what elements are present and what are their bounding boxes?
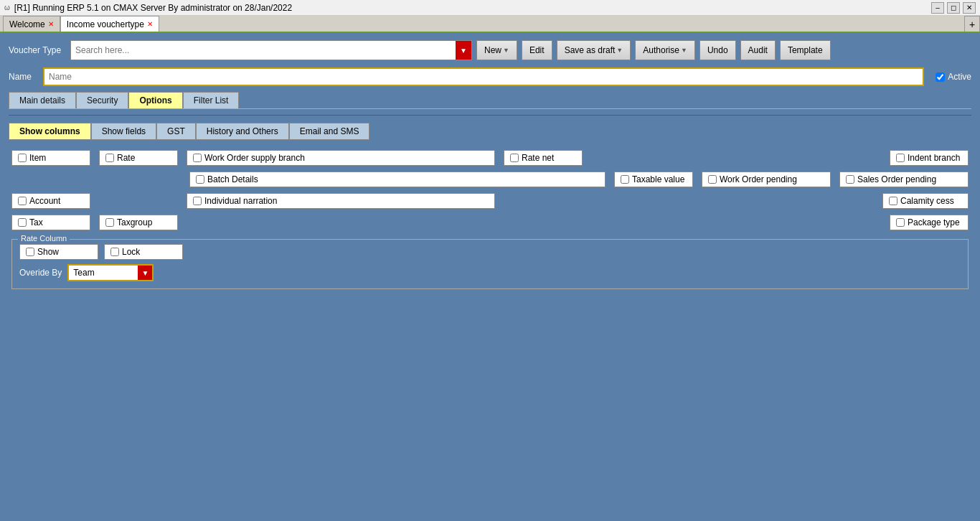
item-checkbox[interactable] xyxy=(18,154,27,162)
taxable-value-checkbox[interactable] xyxy=(621,175,629,184)
inner-tab-show-columns[interactable]: Show columns xyxy=(9,123,91,140)
checkbox-batch-details[interactable]: Batch Details xyxy=(189,172,606,187)
rate-checkbox[interactable] xyxy=(105,154,114,162)
window-controls: – ◻ ✕ xyxy=(931,2,976,14)
minimize-button[interactable]: – xyxy=(931,2,944,14)
check-row-1: Item Rate Work Order supply branch Rate … xyxy=(11,150,969,166)
tab-filter-list[interactable]: Filter List xyxy=(183,92,240,108)
checkbox-rate-net[interactable]: Rate net xyxy=(504,150,583,166)
checkbox-tax[interactable]: Tax xyxy=(11,215,90,230)
checkbox-package-type[interactable]: Package type xyxy=(890,215,969,230)
name-input[interactable] xyxy=(43,67,924,86)
rate-column-row2: Overide By Team ▼ xyxy=(19,264,961,281)
work-order-supply-label: Work Order supply branch xyxy=(204,153,305,163)
indent-branch-checkbox[interactable] xyxy=(896,154,905,162)
individual-narration-label: Individual narration xyxy=(204,196,277,206)
override-value: Team xyxy=(69,268,138,278)
active-label: Active xyxy=(948,72,971,82)
inner-tab-email-sms[interactable]: Email and SMS xyxy=(289,123,370,140)
indent-branch-label: Indent branch xyxy=(908,153,960,163)
override-combo-arrow-icon[interactable]: ▼ xyxy=(138,266,152,280)
title-text: [R1] Running ERP 5.1 on CMAX Server By a… xyxy=(14,3,292,13)
tab-welcome-label: Welcome xyxy=(9,19,45,29)
checkbox-lock[interactable]: Lock xyxy=(104,244,183,260)
save-as-draft-button[interactable]: Save as draft ▼ xyxy=(557,40,631,60)
audit-button[interactable]: Audit xyxy=(740,40,776,60)
lock-label: Lock xyxy=(122,247,140,257)
check-row-2: Batch Details Taxable value Work Order p… xyxy=(11,172,969,187)
show-checkbox[interactable] xyxy=(26,248,34,256)
checkbox-rate[interactable]: Rate xyxy=(99,150,178,166)
override-combo[interactable]: Team ▼ xyxy=(67,264,154,281)
voucher-type-combo[interactable]: ▼ xyxy=(70,40,472,60)
rate-column-row1: Show Lock xyxy=(19,244,961,260)
taxgroup-label: Taxgroup xyxy=(117,217,152,227)
package-type-checkbox[interactable] xyxy=(896,218,905,227)
tab-security[interactable]: Security xyxy=(76,92,128,108)
active-checkbox[interactable] xyxy=(936,72,945,82)
taxgroup-checkbox[interactable] xyxy=(105,218,114,227)
tab-main-details[interactable]: Main details xyxy=(9,92,76,108)
inner-tab-gst[interactable]: GST xyxy=(156,123,196,140)
sales-order-pending-checkbox[interactable] xyxy=(846,175,854,184)
work-order-pending-checkbox[interactable] xyxy=(708,175,717,184)
tab-income-vouchertype-close[interactable]: ✕ xyxy=(147,20,153,28)
tab-welcome[interactable]: Welcome ✕ xyxy=(3,16,60,32)
close-button[interactable]: ✕ xyxy=(963,2,976,14)
checkbox-work-order-supply[interactable]: Work Order supply branch xyxy=(187,150,495,166)
authorise-arrow-icon: ▼ xyxy=(681,47,687,54)
edit-button[interactable]: Edit xyxy=(522,40,552,60)
restore-button[interactable]: ◻ xyxy=(947,2,960,14)
tax-label: Tax xyxy=(29,217,43,227)
save-draft-arrow-icon: ▼ xyxy=(616,47,623,54)
rate-label: Rate xyxy=(117,153,135,163)
inner-tab-history[interactable]: History and Others xyxy=(196,123,289,140)
checkbox-work-order-pending[interactable]: Work Order pending xyxy=(702,172,831,187)
taxable-value-label: Taxable value xyxy=(632,174,684,184)
work-order-supply-checkbox[interactable] xyxy=(193,154,202,162)
tab-options[interactable]: Options xyxy=(128,92,182,108)
override-label: Overide By xyxy=(19,268,62,278)
new-button[interactable]: New ▼ xyxy=(476,40,517,60)
checkbox-taxable-value[interactable]: Taxable value xyxy=(614,172,693,187)
checkbox-taxgroup[interactable]: Taxgroup xyxy=(99,215,178,230)
tab-income-vouchertype[interactable]: Income vouchertype ✕ xyxy=(60,16,159,32)
calamity-cess-label: Calamity cess xyxy=(900,196,954,206)
inner-tabs: Show columns Show fields GST History and… xyxy=(9,123,971,140)
checkbox-show[interactable]: Show xyxy=(19,244,98,260)
checkbox-indent-branch[interactable]: Indent branch xyxy=(890,150,969,166)
batch-details-checkbox[interactable] xyxy=(196,175,204,184)
batch-details-label: Batch Details xyxy=(207,174,258,184)
template-button[interactable]: Template xyxy=(780,40,831,60)
combo-arrow-icon[interactable]: ▼ xyxy=(456,41,471,60)
checkboxes-area: Item Rate Work Order supply branch Rate … xyxy=(9,150,971,289)
tab-welcome-close[interactable]: ✕ xyxy=(48,20,54,28)
sales-order-pending-label: Sales Order pending xyxy=(857,174,936,184)
check-row-4: Tax Taxgroup Package type xyxy=(11,215,969,230)
rate-net-checkbox[interactable] xyxy=(510,154,519,162)
lock-checkbox[interactable] xyxy=(110,248,119,256)
item-label: Item xyxy=(29,153,46,163)
checkbox-calamity-cess[interactable]: Calamity cess xyxy=(882,193,969,209)
undo-button[interactable]: Undo xyxy=(699,40,736,60)
tax-checkbox[interactable] xyxy=(18,218,27,227)
checkbox-item[interactable]: Item xyxy=(11,150,90,166)
account-checkbox[interactable] xyxy=(18,197,27,205)
individual-narration-checkbox[interactable] xyxy=(193,197,202,205)
search-input[interactable] xyxy=(71,45,456,55)
show-label: Show xyxy=(37,247,59,257)
tab-add-button[interactable]: + xyxy=(964,16,980,32)
rate-net-label: Rate net xyxy=(522,153,554,163)
inner-tab-show-fields[interactable]: Show fields xyxy=(91,123,156,140)
name-label: Name xyxy=(9,72,37,82)
voucher-type-label: Voucher Type xyxy=(9,45,66,55)
authorise-button[interactable]: Authorise ▼ xyxy=(635,40,695,60)
account-label: Account xyxy=(29,196,60,206)
work-order-pending-label: Work Order pending xyxy=(720,174,797,184)
checkbox-account[interactable]: Account xyxy=(11,193,90,209)
sub-tabs: Main details Security Options Filter Lis… xyxy=(9,92,971,109)
main-area: Voucher Type ▼ New ▼ Edit Save as draft … xyxy=(0,33,980,521)
calamity-cess-checkbox[interactable] xyxy=(889,197,897,205)
checkbox-sales-order-pending[interactable]: Sales Order pending xyxy=(839,172,969,187)
checkbox-individual-narration[interactable]: Individual narration xyxy=(187,193,495,209)
